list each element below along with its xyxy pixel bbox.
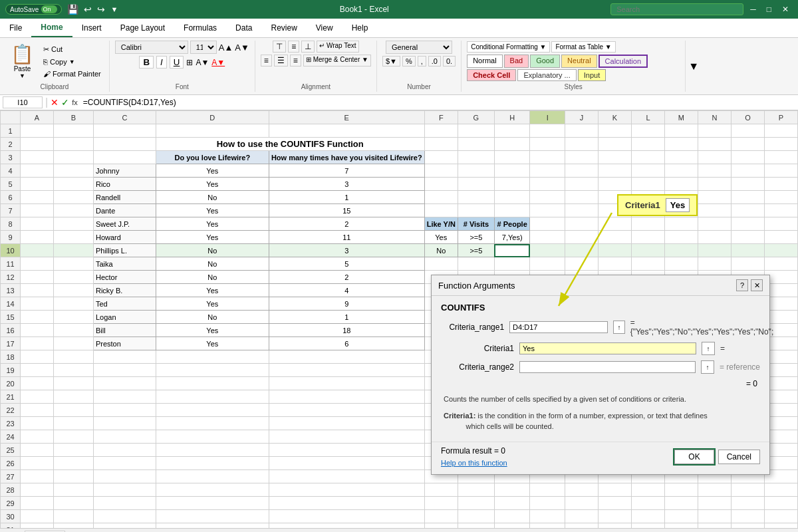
cell-C11[interactable] <box>54 257 94 271</box>
cell-B4[interactable] <box>21 164 54 178</box>
insert-function-icon[interactable]: fx <box>72 98 78 106</box>
cell-D30[interactable] <box>93 510 156 523</box>
cell-H5[interactable] <box>458 178 494 191</box>
cell-E10[interactable]: No <box>156 244 269 257</box>
criteria-range2-input[interactable] <box>519 361 696 373</box>
cell-K28[interactable] <box>565 483 598 497</box>
cell-Q3[interactable] <box>764 151 797 164</box>
cell-I6[interactable] <box>494 191 530 204</box>
font-border-icon[interactable]: ⊞ <box>186 58 193 67</box>
cell-E27[interactable] <box>156 470 269 483</box>
cut-button[interactable]: ✂ Cut <box>41 44 104 55</box>
cell-J10[interactable] <box>530 244 565 257</box>
cell-L6[interactable] <box>598 191 631 204</box>
cell-E5[interactable]: Yes <box>156 178 269 191</box>
cell-C23[interactable] <box>54 417 94 430</box>
cell-Q6[interactable] <box>764 191 797 204</box>
cell-reference-box[interactable] <box>3 96 43 108</box>
cell-B14[interactable] <box>21 297 54 311</box>
cell-M11[interactable] <box>631 257 664 271</box>
cell-G4[interactable] <box>424 164 458 178</box>
cell-L5[interactable] <box>598 178 631 191</box>
cell-I1[interactable] <box>494 124 530 138</box>
cell-H11[interactable] <box>458 257 494 271</box>
col-header-p[interactable]: P <box>764 111 797 124</box>
cell-P28[interactable] <box>731 483 764 497</box>
cell-H31[interactable] <box>458 523 494 529</box>
cell-O30[interactable] <box>698 510 731 523</box>
cell-C25[interactable] <box>54 444 94 457</box>
cell-C30[interactable] <box>54 510 94 523</box>
cell-D27[interactable] <box>93 470 156 483</box>
cell-M30[interactable] <box>631 510 664 523</box>
style-good[interactable]: Good <box>530 55 560 68</box>
cell-H6[interactable] <box>458 191 494 204</box>
cell-K11[interactable] <box>565 257 598 271</box>
cell-H29[interactable] <box>458 497 494 510</box>
cell-E14[interactable]: Yes <box>156 297 269 311</box>
cell-I9[interactable]: 7,Yes) <box>494 231 530 244</box>
cell-E31[interactable] <box>156 523 269 529</box>
cell-D17[interactable]: Preston <box>93 337 156 350</box>
cell-C27[interactable] <box>54 470 94 483</box>
col-header-e[interactable]: E <box>269 111 424 124</box>
align-right-icon[interactable]: ≡ <box>290 55 301 66</box>
cell-M10[interactable] <box>631 244 664 257</box>
cell-C31[interactable] <box>54 523 94 529</box>
cell-G11[interactable] <box>424 257 458 271</box>
cell-D26[interactable] <box>93 457 156 470</box>
cell-I8[interactable]: # People <box>494 217 530 231</box>
cell-G31[interactable] <box>424 523 458 529</box>
cell-G6[interactable] <box>424 191 458 204</box>
cell-J8[interactable] <box>530 217 565 231</box>
cell-L28[interactable] <box>598 483 631 497</box>
cell-I3[interactable] <box>494 151 530 164</box>
col-header-h[interactable]: H <box>494 111 530 124</box>
cell-L3[interactable] <box>598 151 631 164</box>
format-as-table-btn[interactable]: Format as Table ▼ <box>551 41 615 53</box>
cell-O31[interactable] <box>698 523 731 529</box>
cell-E24[interactable] <box>156 430 269 444</box>
tab-view[interactable]: View <box>307 19 342 37</box>
cell-B11[interactable] <box>21 257 54 271</box>
cell-P31[interactable] <box>731 523 764 529</box>
cell-F19[interactable] <box>269 364 424 377</box>
ok-button[interactable]: OK <box>674 450 714 464</box>
cell-Q1[interactable] <box>764 124 797 138</box>
function-arguments-dialog[interactable]: Function Arguments ? ✕ COUNTIFS Criteria… <box>431 275 770 475</box>
cell-D10[interactable]: Phillips L. <box>93 244 156 257</box>
cell-B16[interactable] <box>21 324 54 337</box>
cell-O3[interactable] <box>698 151 731 164</box>
cell-Q28[interactable] <box>764 483 797 497</box>
cell-Q8[interactable] <box>764 217 797 231</box>
cell-N30[interactable] <box>664 510 698 523</box>
cell-J5[interactable] <box>530 178 565 191</box>
cell-C12[interactable] <box>54 271 94 284</box>
cell-P30[interactable] <box>731 510 764 523</box>
cell-O1[interactable] <box>698 124 731 138</box>
cell-B5[interactable] <box>21 178 54 191</box>
cell-C24[interactable] <box>54 430 94 444</box>
cell-B25[interactable] <box>21 444 54 457</box>
cell-B2[interactable] <box>21 138 54 151</box>
cell-K6[interactable] <box>565 191 598 204</box>
cell-N9[interactable] <box>664 231 698 244</box>
cell-H28[interactable] <box>458 483 494 497</box>
align-middle-icon[interactable]: ≡ <box>288 41 299 53</box>
cell-E4[interactable]: Yes <box>156 164 269 178</box>
cell-Q31[interactable] <box>764 523 797 529</box>
tab-data[interactable]: Data <box>226 19 261 37</box>
style-explanatory[interactable]: Explanatory ... <box>517 69 576 81</box>
number-format-select[interactable]: General <box>386 41 452 54</box>
cell-C10[interactable] <box>54 244 94 257</box>
cell-M2[interactable] <box>631 138 664 151</box>
cell-B17[interactable] <box>21 337 54 350</box>
cell-B13[interactable] <box>21 284 54 297</box>
autosave-badge[interactable]: AutoSave On <box>5 4 62 15</box>
cell-D29[interactable] <box>93 497 156 510</box>
cell-H8[interactable]: # Visits <box>458 217 494 231</box>
cell-I28[interactable] <box>494 483 530 497</box>
cell-I7[interactable] <box>494 204 530 217</box>
cell-K3[interactable] <box>565 151 598 164</box>
autosave-toggle[interactable]: On <box>41 5 57 13</box>
